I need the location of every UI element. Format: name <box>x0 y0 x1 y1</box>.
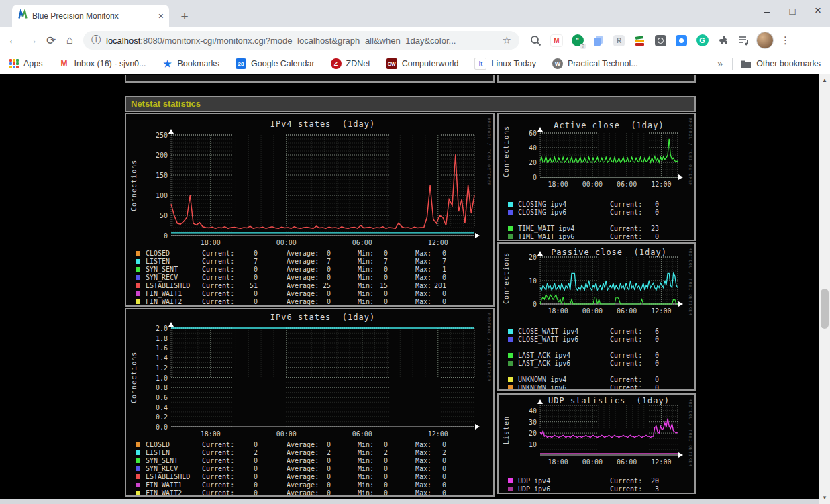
y-tick-label: 60 <box>509 130 537 137</box>
bookmark-inbox-16-sjvn0[interactable]: MInbox (16) - sjvn0... <box>59 58 146 69</box>
legend-color-swatch <box>136 466 140 471</box>
hangouts-icon[interactable]: ”? <box>570 34 584 48</box>
y-tick-label: 150 <box>140 172 168 179</box>
legend-row: UDP ipv6Current:3 <box>499 485 694 493</box>
legend-color-swatch <box>136 291 140 296</box>
chart-canvas <box>533 126 684 184</box>
media-list-icon[interactable] <box>737 34 751 48</box>
chart-legend: CLOSE_WAIT ipv4Current:6CLOSE_WAIT ipv6C… <box>499 327 694 391</box>
r-ext-icon[interactable]: R <box>612 34 626 48</box>
chart-title: IPv4 states (1day) <box>141 119 495 129</box>
chart-panel-active-close[interactable]: Active close (1day)ConnectionsRRDTOOL / … <box>497 113 696 241</box>
meet-icon[interactable] <box>674 34 688 48</box>
legend-row: ESTABLISHEDCurrent:0Average:0Min:0Max:0 <box>126 472 493 481</box>
legend-row: UDP ipv4Current:20 <box>499 476 694 485</box>
legend-row: TIME_WAIT ipv6Current:0 <box>499 232 694 240</box>
legend-color-swatch <box>136 275 140 280</box>
bookmark-linux-today[interactable]: ltLinux Today <box>474 58 536 70</box>
bookmark-star-icon[interactable]: ☆ <box>503 34 511 46</box>
chart-panel-ipv4-states[interactable]: IPv4 states (1day)ConnectionsRRDTOOL / T… <box>125 113 495 307</box>
legend-row: CLOSE_WAIT ipv6Current:0 <box>499 335 694 343</box>
window-minimize-button[interactable]: – <box>762 5 772 17</box>
linux-today-icon: lt <box>474 58 486 70</box>
previous-section-panel-right <box>497 75 696 83</box>
chart-panel-ipv6-states[interactable]: IPv6 states (1day)ConnectionsRRDTOOL / T… <box>125 308 495 497</box>
rrdtool-watermark: RRDTOOL / TOBI OETIKER <box>487 313 492 381</box>
legend-row: TIME_WAIT ipv4Current:23 <box>499 224 694 232</box>
scrollbar[interactable]: ▲ ▼ <box>819 74 830 504</box>
legend-row: ESTABLISHEDCurrent:51Average:25Min:15Max… <box>126 281 493 289</box>
y-tick-label: 0.8 <box>140 384 168 391</box>
browser-window: Blue Precision Monitorix × + – □ × ← → ⟳… <box>0 0 830 504</box>
legend-row: FIN_WAIT2Current:0Average:0Min:0Max:0 <box>126 489 493 497</box>
y-tick-label: 1.2 <box>140 364 168 372</box>
y-tick-label: 1.4 <box>140 354 168 362</box>
new-tab-button[interactable]: + <box>176 8 193 26</box>
y-tick-label: 10 <box>509 277 537 285</box>
site-info-icon[interactable]: ⓘ <box>91 34 101 46</box>
bookmark-apps[interactable]: Apps <box>9 59 43 68</box>
window-maximize-button[interactable]: □ <box>787 5 798 17</box>
scrollbar-up-arrow[interactable]: ▲ <box>819 76 830 85</box>
gmail-icon[interactable]: M <box>550 34 564 48</box>
books-icon[interactable] <box>633 34 647 48</box>
grammarly-icon[interactable]: G <box>695 34 709 48</box>
legend-row: LISTENCurrent:2Average:2Min:2Max:2 <box>126 448 493 456</box>
scrollbar-down-arrow[interactable]: ▼ <box>819 493 830 503</box>
legend-color-swatch <box>508 353 513 358</box>
zdnet-icon: Z <box>331 58 342 69</box>
y-tick-label: 200 <box>140 152 168 159</box>
y-tick-label: 0.4 <box>140 404 168 411</box>
rrdtool-watermark: RRDTOOL / TOBI OETIKER <box>688 248 693 315</box>
bookmark-computerworld[interactable]: CWComputerworld <box>386 58 459 69</box>
bookmark-label: ZDNet <box>346 59 370 68</box>
legend-row: LAST_ACK ipv6Current:0 <box>499 359 694 367</box>
bookmarks-overflow-chevron[interactable]: » <box>717 58 723 69</box>
bookmark-zdnet[interactable]: ZZDNet <box>331 58 370 69</box>
bookmark-practical-technol[interactable]: WPractical Technol... <box>552 58 638 69</box>
browser-tab[interactable]: Blue Precision Monitorix × <box>12 5 169 27</box>
password-icon[interactable] <box>654 34 668 48</box>
bookmark-google-calendar[interactable]: 28Google Calendar <box>236 58 315 69</box>
y-tick-label: 2.0 <box>140 325 168 332</box>
legend-color-swatch <box>136 267 140 272</box>
window-close-button[interactable]: × <box>813 4 823 17</box>
menu-icon[interactable]: ⋮ <box>778 34 792 48</box>
chart-panel-udp-statistics[interactable]: UDP statistics (1day)ListenRRDTOOL / TOB… <box>497 393 696 494</box>
rrdtool-watermark: RRDTOOL / TOBI OETIKER <box>688 118 693 186</box>
url-text: localhost:8080/monitorix-cgi/monitorix.c… <box>106 36 497 46</box>
search-icon[interactable] <box>529 34 543 48</box>
y-tick-label: 40 <box>509 144 537 152</box>
computerworld-icon: CW <box>386 58 397 69</box>
legend-color-swatch <box>136 450 140 455</box>
legend-color-swatch <box>136 491 140 495</box>
chart-canvas <box>533 250 684 311</box>
puzzle-icon[interactable] <box>716 34 730 48</box>
chart-canvas <box>164 321 481 434</box>
copy-icon[interactable] <box>591 34 605 48</box>
scrollbar-thumb[interactable] <box>821 289 829 329</box>
browser-toolbar: ← → ⟳ ⌂ ⓘ localhost:8080/monitorix-cgi/m… <box>0 27 830 54</box>
legend-row: FIN_WAIT1Current:0Average:0Min:0Max:0 <box>126 481 493 489</box>
other-bookmarks-label[interactable]: Other bookmarks <box>756 59 821 68</box>
reload-button[interactable]: ⟳ <box>42 31 60 50</box>
home-button[interactable]: ⌂ <box>60 31 79 50</box>
tab-close-icon[interactable]: × <box>158 11 164 21</box>
legend-color-swatch <box>136 299 140 304</box>
chart-panel-passive-close[interactable]: Passive close (1day)ConnectionsRRDTOOL /… <box>497 242 696 391</box>
address-bar[interactable]: ⓘ localhost:8080/monitorix-cgi/monitorix… <box>83 31 519 50</box>
forward-button[interactable]: → <box>23 31 42 50</box>
avatar-icon[interactable] <box>758 34 772 48</box>
bookmark-bookmarks[interactable]: ★Bookmarks <box>162 58 220 69</box>
wordpress-icon: W <box>552 58 563 69</box>
chart-legend: CLOSEDCurrent:0Average:0Min:0Max:0LISTEN… <box>126 249 493 305</box>
legend-row: CLOSING ipv6Current:0 <box>499 208 694 216</box>
back-button[interactable]: ← <box>4 31 23 50</box>
y-tick-label: 20 <box>509 254 537 261</box>
legend-row: FIN_WAIT2Current:0Average:0Min:0Max:0 <box>126 297 493 305</box>
y-tick-label: 40 <box>509 407 537 415</box>
legend-row: CLOSE_WAIT ipv4Current:6 <box>499 327 694 335</box>
legend-color-swatch <box>508 210 513 215</box>
legend-row: CLOSEDCurrent:0Average:0Min:0Max:0 <box>126 249 493 257</box>
bookmarks-right: » Other bookmarks <box>717 58 821 70</box>
